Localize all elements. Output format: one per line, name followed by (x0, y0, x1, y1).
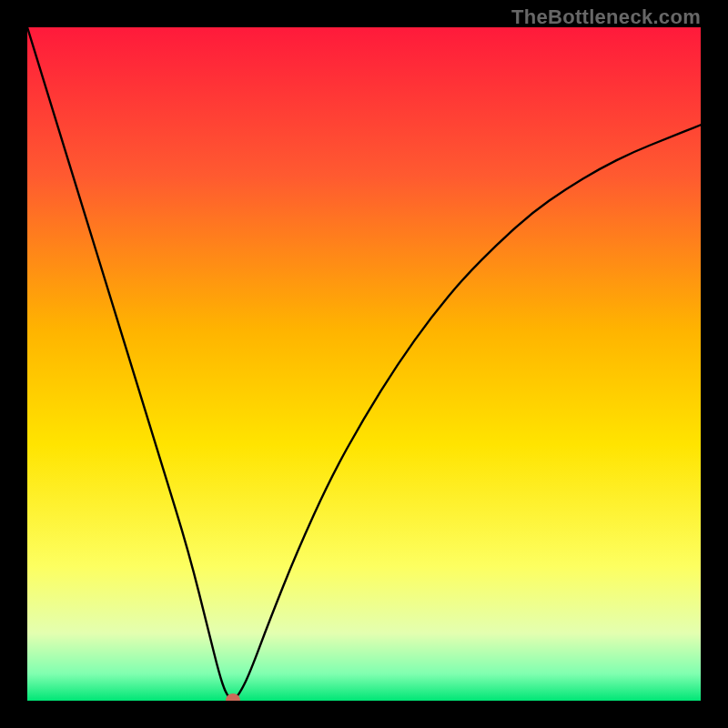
plot-area (27, 27, 701, 701)
bottleneck-curve (27, 27, 701, 701)
chart-frame: TheBottleneck.com (0, 0, 728, 728)
watermark-text: TheBottleneck.com (511, 5, 701, 29)
